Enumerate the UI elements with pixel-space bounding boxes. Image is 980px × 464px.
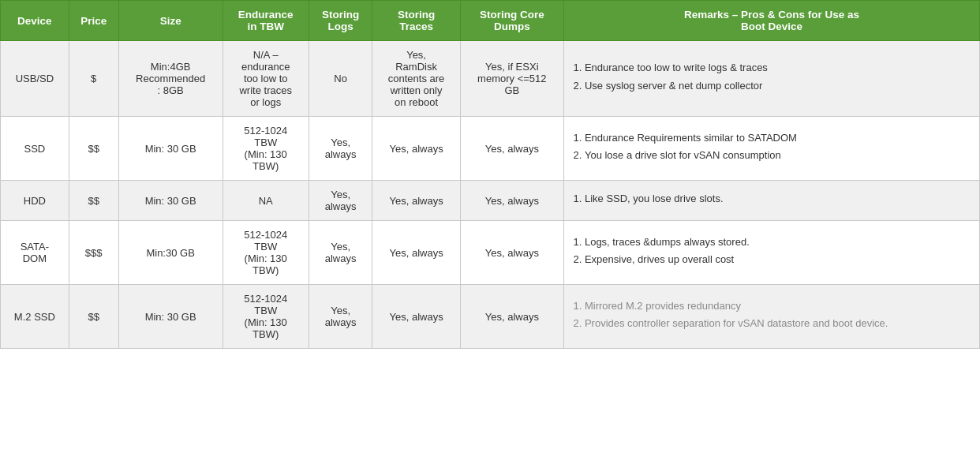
table-cell: Min: 30 GB [118, 181, 223, 221]
table-cell: Yes, always [460, 117, 563, 181]
table-row: HDD$$Min: 30 GBNAYes,alwaysYes, alwaysYe… [1, 181, 980, 221]
table-cell: Yes, always [372, 181, 460, 221]
table-row: SSD$$Min: 30 GB512-1024TBW(Min: 130TBW)Y… [1, 117, 980, 181]
table-cell: 512-1024TBW(Min: 130TBW) [223, 117, 309, 181]
remarks-item: Expensive, drives up overall cost [585, 253, 973, 267]
table-row: SATA-DOM$$$Min:30 GB512-1024TBW(Min: 130… [1, 221, 980, 285]
remarks-list: Endurance too low to write logs & traces… [570, 61, 973, 92]
header-size: Size [118, 1, 223, 41]
header-remarks: Remarks – Pros & Cons for Use asBoot Dev… [563, 1, 979, 41]
table-row: M.2 SSD$$Min: 30 GB512-1024TBW(Min: 130T… [1, 285, 980, 349]
remarks-cell: Endurance too low to write logs & traces… [563, 41, 979, 117]
table-cell: Yes, always [372, 285, 460, 349]
remarks-item: Use syslog server & net dump collector [585, 79, 973, 93]
table-cell: $$ [69, 117, 118, 181]
header-storing-core-dumps: Storing CoreDumps [460, 1, 563, 41]
table-cell: HDD [1, 181, 69, 221]
remarks-cell: Like SSD, you lose drive slots. [563, 181, 979, 221]
header-row: Device Price Size Endurancein TBW Storin… [1, 1, 980, 41]
table-cell: $$ [69, 181, 118, 221]
table-cell: Yes, always [460, 285, 563, 349]
table-cell: Yes,always [309, 221, 372, 285]
table-cell: Yes,always [309, 181, 372, 221]
header-storing-traces: StoringTraces [372, 1, 460, 41]
table-cell: USB/SD [1, 41, 69, 117]
remarks-item: Like SSD, you lose drive slots. [585, 192, 973, 206]
remarks-item: Provides controller separation for vSAN … [585, 316, 973, 331]
table-row: USB/SD$Min:4GBRecommended: 8GBN/A –endur… [1, 41, 980, 117]
table-cell: Yes, always [460, 221, 563, 285]
table-cell: Min: 30 GB [118, 285, 223, 349]
table-cell: $$$ [69, 221, 118, 285]
table-cell: SSD [1, 117, 69, 181]
table-cell: Yes,RamDiskcontents arewritten onlyon re… [372, 41, 460, 117]
remarks-item: Endurance Requirements similar to SATADO… [585, 131, 973, 145]
table-cell: $$ [69, 285, 118, 349]
remarks-item: You lose a drive slot for vSAN consumpti… [585, 148, 973, 163]
table-cell: No [309, 41, 372, 117]
remarks-item: Mirrored M.2 provides redundancy [585, 299, 973, 313]
table-cell: Yes, always [372, 221, 460, 285]
table-body: USB/SD$Min:4GBRecommended: 8GBN/A –endur… [1, 41, 980, 349]
remarks-cell: Endurance Requirements similar to SATADO… [563, 117, 979, 181]
remarks-cell: Mirrored M.2 provides redundancyProvides… [563, 285, 979, 349]
remarks-item: Endurance too low to write logs & traces [585, 61, 973, 75]
header-endurance: Endurancein TBW [223, 1, 309, 41]
table-header: Device Price Size Endurancein TBW Storin… [1, 1, 980, 41]
table-cell: N/A –endurancetoo low towrite tracesor l… [223, 41, 309, 117]
table-cell: SATA-DOM [1, 221, 69, 285]
table-cell: Yes, always [372, 117, 460, 181]
table-cell: Yes,always [309, 117, 372, 181]
table-cell: Yes, if ESXimemory <=512GB [460, 41, 563, 117]
table-cell: 512-1024TBW(Min: 130TBW) [223, 221, 309, 285]
remarks-item: Logs, traces &dumps always stored. [585, 235, 973, 249]
remarks-list: Endurance Requirements similar to SATADO… [570, 131, 973, 163]
header-device: Device [1, 1, 69, 41]
remarks-list: Like SSD, you lose drive slots. [570, 192, 973, 206]
remarks-list: Mirrored M.2 provides redundancyProvides… [570, 299, 973, 331]
table-cell: Yes,always [309, 285, 372, 349]
table-cell: Min:30 GB [118, 221, 223, 285]
header-storing-logs: StoringLogs [309, 1, 372, 41]
table-cell: NA [223, 181, 309, 221]
table-cell: Min:4GBRecommended: 8GB [118, 41, 223, 117]
main-table: Device Price Size Endurancein TBW Storin… [0, 0, 980, 349]
table-cell: Yes, always [460, 181, 563, 221]
table-cell: Min: 30 GB [118, 117, 223, 181]
table-cell: $ [69, 41, 118, 117]
header-price: Price [69, 1, 118, 41]
table-cell: 512-1024TBW(Min: 130TBW) [223, 285, 309, 349]
remarks-list: Logs, traces &dumps always stored.Expens… [570, 235, 973, 267]
table-cell: M.2 SSD [1, 285, 69, 349]
remarks-cell: Logs, traces &dumps always stored.Expens… [563, 221, 979, 285]
